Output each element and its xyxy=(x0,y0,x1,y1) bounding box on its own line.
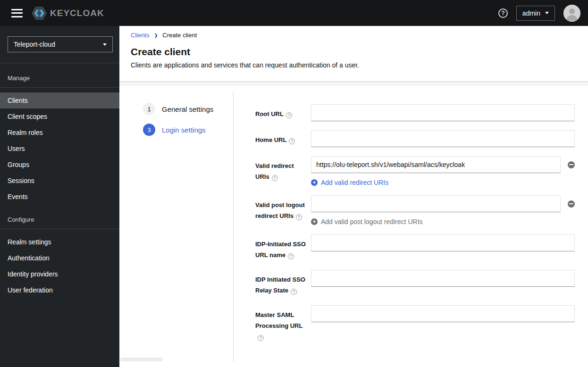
master-saml-processing-url-input[interactable] xyxy=(311,305,575,322)
brand-text: KEYCLOAK xyxy=(50,8,104,18)
realm-selector[interactable]: Teleport-cloud xyxy=(8,36,113,52)
help-icon[interactable]: ? xyxy=(286,112,292,118)
nav-section-title: Manage xyxy=(0,75,119,88)
help-icon[interactable]: ? xyxy=(291,289,297,295)
idp-initiated-sso-url-name-input[interactable] xyxy=(311,234,575,251)
nav-toggle-icon[interactable] xyxy=(11,9,23,17)
field-label: IDP-Initiated SSO URL name? xyxy=(255,234,311,261)
horizontal-scrollbar-thumb[interactable] xyxy=(120,358,163,361)
avatar[interactable] xyxy=(563,5,580,22)
valid-redirect-uri-input[interactable] xyxy=(311,156,561,173)
page-description: Clients are applications and services th… xyxy=(131,61,577,69)
home-url-input[interactable] xyxy=(311,130,575,147)
person-icon xyxy=(563,5,580,22)
valid-post-logout-redirect-uri-input[interactable] xyxy=(311,195,561,212)
form-row-root-url: Root URL? xyxy=(255,104,575,121)
help-icon[interactable]: ? xyxy=(289,138,295,144)
nav-section-title: Configure xyxy=(0,216,119,229)
help-icon[interactable]: ? xyxy=(288,253,294,259)
add-valid-post-logout-redirect-uri-button[interactable]: + Add valid post logout redirect URIs xyxy=(311,218,423,225)
step-number-badge: 3 xyxy=(143,124,155,136)
form-row-master-saml-processing-url: Master SAML Processing URL? xyxy=(255,305,575,342)
step-number-badge: 1 xyxy=(143,103,155,115)
sidebar-item-users[interactable]: Users xyxy=(0,141,119,157)
sidebar-item-realm-roles[interactable]: Realm roles xyxy=(0,125,119,141)
keycloak-logo: KEYCLOAK xyxy=(31,6,104,20)
user-dropdown[interactable]: admin xyxy=(516,6,555,21)
sidebar-nav: Teleport-cloud Manage Clients Client sco… xyxy=(0,26,119,367)
field-label: Root URL? xyxy=(255,104,311,121)
sidebar-item-sessions[interactable]: Sessions xyxy=(0,173,119,189)
sidebar-item-events[interactable]: Events xyxy=(0,189,119,205)
sidebar-item-client-scopes[interactable]: Client scopes xyxy=(0,108,119,125)
sidebar-item-authentication[interactable]: Authentication xyxy=(0,250,119,266)
realm-selector-block: Teleport-cloud xyxy=(0,26,119,63)
chevron-down-icon xyxy=(103,43,107,46)
breadcrumb-current: Create client xyxy=(162,32,197,39)
form-row-valid-redirect-uris: Valid redirect URIs? + Add valid redirec… xyxy=(255,156,575,186)
breadcrumb-clients-link[interactable]: Clients xyxy=(131,32,150,39)
nav-section-configure: Configure Realm settings Authentication … xyxy=(0,216,119,298)
page-title: Create client xyxy=(131,46,577,58)
sidebar-item-realm-settings[interactable]: Realm settings xyxy=(0,234,119,250)
main-content: Clients ❯ Create client Create client Cl… xyxy=(119,26,588,367)
help-icon[interactable]: ? xyxy=(296,214,302,220)
login-settings-form: Root URL? Home URL? Valid redirect URIs? xyxy=(234,86,588,351)
sidebar-item-user-federation[interactable]: User federation xyxy=(0,282,119,298)
keycloak-logo-icon xyxy=(31,6,47,20)
step-label: General settings xyxy=(162,105,213,113)
help-icon[interactable]: ? xyxy=(272,175,278,181)
form-row-home-url: Home URL? xyxy=(255,130,575,147)
realm-selector-value: Teleport-cloud xyxy=(14,41,55,48)
help-icon[interactable]: ? xyxy=(498,8,508,18)
root-url-input[interactable] xyxy=(311,104,575,121)
user-dropdown-label: admin xyxy=(522,9,540,17)
field-label: Valid post logout redirect URIs? xyxy=(255,195,311,225)
sidebar-item-groups[interactable]: Groups xyxy=(0,157,119,173)
page-header: Clients ❯ Create client Create client Cl… xyxy=(119,26,588,82)
field-label: IDP Initiated SSO Relay State? xyxy=(255,270,311,296)
wizard-content: 1 General settings 3 Login settings Root… xyxy=(119,86,588,362)
step-label: Login settings xyxy=(162,126,206,134)
chevron-down-icon xyxy=(545,12,549,14)
field-label: Valid redirect URIs? xyxy=(255,156,311,186)
add-valid-redirect-uri-button[interactable]: + Add valid redirect URIs xyxy=(311,179,388,186)
help-icon[interactable]: ? xyxy=(258,335,264,341)
header-divider-band xyxy=(119,82,588,86)
remove-redirect-uri-icon[interactable] xyxy=(568,161,575,168)
masthead: KEYCLOAK ? admin xyxy=(0,0,588,26)
idp-initiated-sso-relay-state-input[interactable] xyxy=(311,270,575,287)
sidebar-item-clients[interactable]: Clients xyxy=(0,92,119,108)
field-label: Master SAML Processing URL? xyxy=(255,305,311,342)
breadcrumb: Clients ❯ Create client xyxy=(131,32,577,39)
plus-icon: + xyxy=(311,179,318,186)
plus-icon: + xyxy=(311,218,318,225)
remove-post-logout-uri-icon[interactable] xyxy=(568,200,575,208)
field-label: Home URL? xyxy=(255,130,311,147)
chevron-right-icon: ❯ xyxy=(154,33,158,38)
form-row-valid-post-logout-redirect-uris: Valid post logout redirect URIs? + Add v… xyxy=(255,195,575,225)
form-row-idp-initiated-sso-url-name: IDP-Initiated SSO URL name? xyxy=(255,234,575,261)
sidebar-item-identity-providers[interactable]: Identity providers xyxy=(0,266,119,282)
nav-section-manage: Manage Clients Client scopes Realm roles… xyxy=(0,75,119,205)
form-row-idp-initiated-sso-relay-state: IDP Initiated SSO Relay State? xyxy=(255,270,575,296)
